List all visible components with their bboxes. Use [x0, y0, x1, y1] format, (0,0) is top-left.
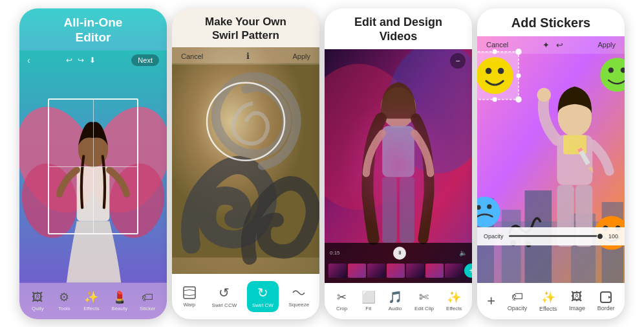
edit-clip-button[interactable]: ✄ Edit Clip: [414, 290, 434, 311]
cancel-button[interactable]: Cancel: [486, 41, 508, 49]
border-icon: [599, 291, 612, 304]
add-clip-button[interactable]: +: [464, 264, 472, 278]
crop-icon: ✂: [335, 290, 349, 304]
svg-point-37: [493, 97, 497, 102]
svg-rect-9: [184, 287, 195, 299]
swirl-cw-label: Swirl CW: [252, 302, 274, 308]
cancel-button[interactable]: Cancel: [181, 52, 203, 60]
volume-icon[interactable]: 🔈: [459, 249, 467, 256]
card3-effects-label: Effects: [446, 306, 462, 311]
opacity-track[interactable]: [509, 235, 603, 237]
video-controls: 0:15 ⏸ 🔈: [325, 245, 472, 261]
opacity-value: 100: [608, 233, 618, 240]
image-label: Image: [569, 305, 585, 311]
timeline-thumb-3: [367, 264, 385, 278]
video-bottombar: 0:15 ⏸ 🔈 +: [325, 243, 472, 283]
svg-point-41: [498, 67, 504, 74]
next-button[interactable]: Next: [131, 54, 159, 66]
quity-label: Quity: [32, 306, 44, 311]
card4-topbar: Cancel ✦ ↩ Apply: [477, 36, 625, 54]
border-label: Border: [597, 305, 615, 311]
info-icon[interactable]: ℹ: [246, 51, 250, 61]
beauty-label: Beauty: [111, 306, 127, 311]
tools-button[interactable]: ⚙ Tools: [57, 290, 71, 311]
card4-image-area: Opacity 100 Cancel ✦ ↩ Apply: [477, 36, 625, 283]
card3-topbar-btn[interactable]: −: [450, 53, 466, 69]
card3-effects-icon: ✨: [447, 290, 461, 304]
opacity-fill: [509, 235, 599, 237]
sticker-button[interactable]: 🏷 Sticker: [140, 290, 155, 311]
card-swirl: Make Your OwnSwirl Pattern: [172, 8, 319, 319]
add-sticker-button[interactable]: +: [487, 293, 495, 310]
redo-icon[interactable]: ↪: [78, 56, 84, 65]
video-timeline: +: [325, 261, 472, 280]
opacity-icon: 🏷: [511, 290, 523, 304]
card4-title: Add Stickers: [477, 8, 625, 36]
opacity-button[interactable]: 🏷 Opacity: [508, 290, 528, 311]
border-button[interactable]: Border: [597, 291, 615, 311]
quity-button[interactable]: 🖼 Quity: [30, 290, 45, 311]
card3-effects-button[interactable]: ✨ Effects: [446, 290, 462, 311]
swirl-svg: [172, 47, 319, 274]
download-icon[interactable]: ⬇: [89, 56, 96, 65]
svg-rect-16: [400, 177, 414, 243]
card-stickers: Add Stickers: [477, 8, 625, 319]
image-button[interactable]: 🖼 Image: [569, 290, 585, 311]
svg-point-34: [515, 96, 522, 102]
warp-button[interactable]: Warp: [177, 282, 202, 311]
svg-point-36: [516, 73, 521, 78]
image-icon: 🖼: [571, 290, 583, 304]
swirl-ccw-button[interactable]: ↺ Swirl CCW: [207, 281, 242, 312]
edit-clip-label: Edit Clip: [414, 306, 434, 311]
swirl-ccw-label: Swirl CCW: [212, 302, 237, 308]
swirl-canvas: Cancel ℹ Apply: [172, 47, 319, 274]
audio-button[interactable]: 🎵 Audio: [388, 290, 402, 311]
back-icon[interactable]: ‹: [27, 55, 30, 65]
svg-rect-20: [502, 209, 521, 282]
apply-button[interactable]: Apply: [292, 52, 310, 60]
selection-frame: [48, 98, 138, 234]
undo-icon[interactable]: ↩: [66, 56, 72, 65]
crop-label: Crop: [336, 306, 347, 311]
quity-icon: 🖼: [30, 290, 45, 304]
card2-topbar: Cancel ℹ Apply: [172, 47, 319, 65]
timeline-thumb-4: [387, 264, 405, 278]
card1-image-area: ‹ ↩ ↪ ⬇ Next: [19, 51, 167, 283]
effects-button[interactable]: ✨ Effects: [83, 290, 99, 311]
crop-button[interactable]: ✂ Crop: [335, 290, 349, 311]
fit-button[interactable]: ⬜ Fit: [361, 290, 376, 311]
card2-image-area: Cancel ℹ Apply: [172, 47, 319, 274]
card4-effects-button[interactable]: ✨ Effects: [539, 290, 557, 312]
apply-button[interactable]: Apply: [597, 41, 616, 49]
beauty-button[interactable]: 💄 Beauty: [111, 290, 127, 311]
squeeze-button[interactable]: Squeeze: [284, 282, 315, 311]
opacity-thumb: [597, 233, 603, 240]
swirl-cw-button[interactable]: ↻ Swirl CW: [247, 281, 279, 312]
svg-point-40: [486, 67, 492, 74]
edit-clip-icon: ✄: [417, 290, 431, 304]
card4-effects-icon: ✨: [541, 290, 555, 304]
card3-title: Edit and DesignVideos: [325, 8, 472, 49]
effects-label: Effects: [83, 306, 99, 311]
opacity-btn-label: Opacity: [508, 305, 528, 311]
play-button[interactable]: ⏸: [393, 247, 406, 260]
svg-point-39: [477, 57, 513, 94]
warp-icon: [182, 286, 197, 300]
audio-label: Audio: [389, 306, 402, 311]
timeline-thumb-2: [348, 264, 366, 278]
star-icon[interactable]: ✦: [542, 40, 550, 50]
card-all-in-one: All-in-OneEditor: [19, 8, 167, 319]
timeline-thumb-7: [445, 264, 463, 278]
effects-icon: ✨: [84, 290, 98, 304]
card2-bottombar: Warp ↺ Swirl CCW ↻ Swirl CW Squeeze: [172, 274, 319, 319]
opacity-label: Opacity: [484, 233, 504, 240]
svg-point-27: [537, 87, 551, 101]
fit-label: Fit: [365, 306, 371, 311]
timeline-thumb-5: [406, 264, 424, 278]
fit-icon: ⬜: [361, 290, 376, 304]
video-canvas: − 0:15 ⏸ 🔈: [325, 49, 472, 283]
card4-bottombar: + 🏷 Opacity ✨ Effects 🖼 Image Border: [477, 283, 625, 319]
rotate-icon[interactable]: ↩: [556, 40, 563, 50]
card2-title: Make Your OwnSwirl Pattern: [172, 8, 319, 48]
video-timestamp: 0:15: [330, 250, 340, 256]
